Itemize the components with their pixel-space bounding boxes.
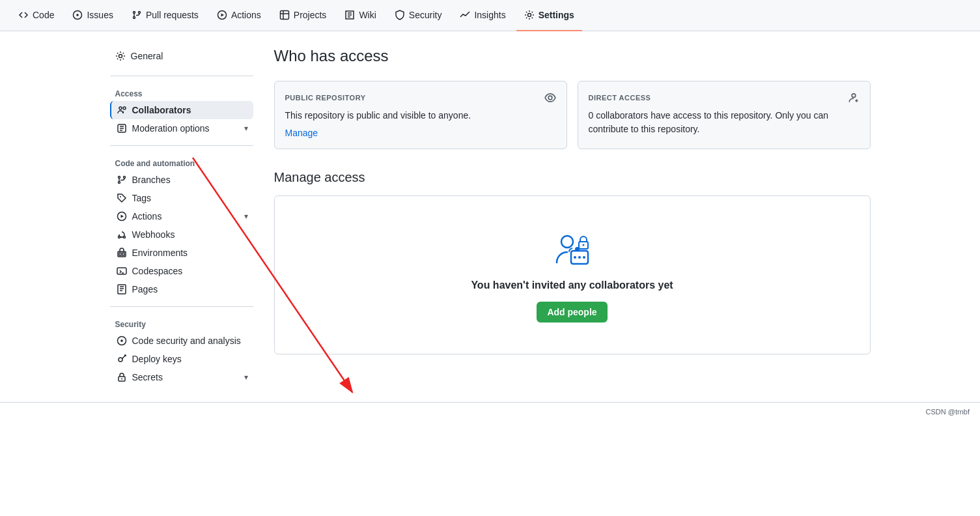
svg-point-13 — [123, 107, 126, 109]
direct-access-label: DIRECT ACCESS — [589, 94, 651, 102]
svg-point-33 — [852, 94, 856, 98]
direct-access-card: DIRECT ACCESS 0 collaborators have acces… — [578, 81, 871, 149]
sidebar-item-environments[interactable]: Environments — [110, 244, 253, 262]
sidebar-item-tags[interactable]: Tags — [110, 189, 253, 207]
svg-point-36 — [574, 256, 576, 259]
sidebar-item-secrets[interactable]: Secrets ▾ — [110, 368, 253, 386]
svg-point-38 — [583, 256, 585, 259]
code-security-icon — [117, 336, 127, 346]
svg-rect-24 — [119, 253, 121, 255]
add-people-button[interactable]: Add people — [537, 302, 607, 322]
public-repo-text: This repository is public and visible to… — [285, 109, 556, 122]
collab-icon-wrapper — [552, 227, 593, 269]
branches-icon — [117, 175, 127, 185]
moderation-icon — [117, 123, 127, 134]
svg-point-15 — [118, 177, 120, 179]
issues-icon — [72, 10, 83, 20]
sidebar-item-branches[interactable]: Branches — [110, 171, 253, 189]
security-nav-icon — [395, 10, 405, 20]
sidebar-section-code-automation: Code and automation Branches Tags Action… — [110, 154, 253, 298]
svg-marker-20 — [120, 215, 124, 218]
svg-point-1 — [77, 14, 78, 16]
svg-point-22 — [123, 236, 125, 238]
nav-pull-requests[interactable]: Pull requests — [124, 0, 206, 31]
pages-icon — [117, 284, 127, 294]
code-automation-label: Code and automation — [110, 154, 253, 171]
svg-point-3 — [133, 16, 135, 18]
codespaces-icon — [117, 266, 127, 276]
access-section-label: Access — [110, 84, 253, 101]
nav-security[interactable]: Security — [387, 0, 450, 31]
sidebar-divider-2 — [110, 306, 253, 307]
sidebar-item-collaborators[interactable]: Collaborators — [110, 101, 253, 119]
nav-code[interactable]: Code — [10, 0, 62, 31]
svg-marker-6 — [221, 13, 224, 16]
svg-point-37 — [578, 256, 581, 259]
svg-point-16 — [118, 182, 120, 184]
sidebar-item-moderation[interactable]: Moderation options ▾ — [110, 119, 253, 137]
sidebar-divider-top — [110, 76, 253, 76]
svg-point-31 — [121, 379, 122, 380]
collaborators-icon — [117, 105, 127, 115]
sidebar-divider-1 — [110, 145, 253, 146]
svg-point-4 — [138, 11, 140, 13]
svg-rect-27 — [118, 285, 126, 294]
svg-point-17 — [123, 177, 125, 179]
public-repo-label: PUBLIC REPOSITORY — [285, 94, 366, 102]
wiki-icon — [344, 10, 355, 20]
direct-access-header: DIRECT ACCESS — [589, 92, 860, 104]
svg-point-18 — [120, 196, 121, 197]
pr-icon — [132, 10, 142, 20]
svg-point-41 — [582, 244, 584, 246]
svg-point-2 — [133, 11, 135, 13]
access-cards: PUBLIC REPOSITORY This repository is pub… — [274, 81, 871, 149]
webhooks-icon — [117, 229, 127, 240]
sidebar-item-deploy-keys[interactable]: Deploy keys — [110, 350, 253, 368]
eye-icon — [544, 92, 556, 104]
svg-point-12 — [119, 107, 122, 109]
nav-insights[interactable]: Insights — [452, 0, 513, 31]
code-icon — [18, 10, 29, 20]
environments-icon — [117, 248, 127, 258]
svg-point-10 — [527, 13, 531, 16]
manage-link[interactable]: Manage — [285, 128, 318, 138]
secrets-icon — [117, 372, 127, 382]
actions-side-icon — [117, 211, 127, 222]
projects-icon — [279, 10, 290, 20]
nav-projects[interactable]: Projects — [272, 0, 335, 31]
insights-icon — [460, 10, 470, 20]
sidebar-section-security: Security Code security and analysis Depl… — [110, 315, 253, 386]
nav-issues[interactable]: Issues — [64, 0, 120, 31]
page-layout: General Access Collaborators Moderation … — [100, 31, 881, 402]
manage-access-title: Manage access — [274, 170, 871, 185]
main-content: Who has access PUBLIC REPOSITORY This re… — [274, 47, 871, 386]
actions-icon — [217, 10, 227, 20]
sidebar-item-codespaces[interactable]: Codespaces — [110, 262, 253, 280]
sidebar-item-actions[interactable]: Actions ▾ — [110, 207, 253, 225]
moderation-chevron: ▾ — [244, 124, 248, 133]
sidebar-item-webhooks[interactable]: Webhooks — [110, 225, 253, 244]
nav-actions[interactable]: Actions — [209, 0, 269, 31]
page-footer: CSDN @trnbf — [0, 402, 980, 421]
who-has-access-title: Who has access — [274, 47, 871, 65]
collaborators-empty-icon — [552, 227, 593, 269]
sidebar-item-code-security[interactable]: Code security and analysis — [110, 332, 253, 350]
nav-wiki[interactable]: Wiki — [337, 0, 384, 31]
deploy-keys-icon — [117, 354, 127, 364]
no-collab-text: You haven't invited any collaborators ye… — [471, 280, 673, 291]
direct-access-text: 0 collaborators have access to this repo… — [589, 109, 860, 136]
tags-icon — [117, 193, 127, 203]
manage-access-box: You haven't invited any collaborators ye… — [274, 195, 871, 354]
person-add-icon — [848, 92, 860, 104]
svg-point-21 — [118, 236, 120, 238]
settings-icon — [524, 10, 535, 20]
general-icon — [115, 51, 126, 61]
public-repo-card: PUBLIC REPOSITORY This repository is pub… — [274, 81, 567, 149]
nav-settings[interactable]: Settings — [516, 0, 582, 31]
secrets-chevron: ▾ — [244, 373, 248, 382]
svg-rect-7 — [280, 10, 288, 19]
sidebar-item-pages[interactable]: Pages — [110, 280, 253, 298]
sidebar-general[interactable]: General — [110, 47, 253, 65]
public-repo-header: PUBLIC REPOSITORY — [285, 92, 556, 104]
sidebar-section-access: Access Collaborators Moderation options … — [110, 84, 253, 137]
